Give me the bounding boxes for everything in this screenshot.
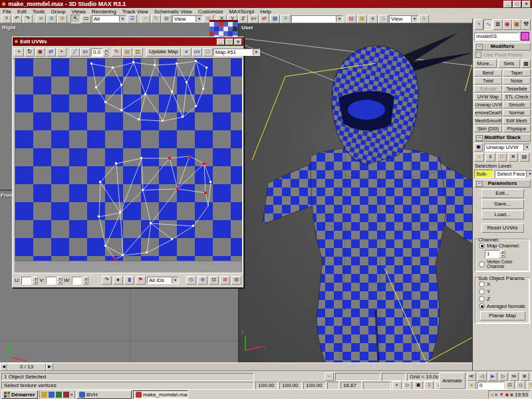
axis-y-radio[interactable] [479, 289, 485, 295]
app-tray-icon-2[interactable]: ■ [510, 392, 513, 398]
quicklaunch-chevron-icon[interactable]: » [70, 392, 73, 398]
modifier-physique[interactable]: Physique [503, 125, 531, 132]
reset-uvws-button[interactable]: Reset UVWs [481, 223, 524, 233]
map-channel-radio[interactable] [479, 243, 485, 249]
planar-map-button[interactable]: Planar Map [480, 311, 525, 321]
menu-maxscript[interactable]: MAXScript [229, 9, 254, 15]
axis-averaged-normals-radio[interactable] [479, 303, 485, 309]
quicklaunch-icon-4[interactable] [63, 392, 69, 398]
network-tray-icon[interactable]: ● [495, 392, 498, 398]
w-spinner[interactable]: ▲▼ [83, 277, 88, 285]
filter-faces-icon[interactable]: ⚑ [136, 276, 146, 285]
edit-button[interactable]: Edit... [481, 189, 524, 198]
restore-icon[interactable]: □ [225, 39, 233, 45]
parameters-rollout-header[interactable]: − Parameters [474, 180, 531, 188]
dropdown-arrow-icon[interactable]: ▼ [523, 144, 530, 151]
uv-rotate-icon[interactable]: ↻ [25, 48, 35, 57]
select-by-name-icon[interactable]: ☰ [127, 15, 137, 23]
volume-tray-icon[interactable]: ◂ [491, 392, 493, 398]
modifier-normal[interactable]: Normal [503, 109, 531, 116]
selection-filter-dropdown[interactable]: All ▼ [92, 15, 126, 23]
zoom-icon[interactable]: ⊕ [198, 276, 207, 285]
render-last-icon[interactable]: ♨ [419, 15, 429, 23]
sub-object-mode-dropdown[interactable]: Select Face ▼ [495, 170, 532, 178]
edit-uvws-titlebar[interactable]: ☀ Edit UVWs _ □ × [13, 37, 243, 46]
main-titlebar[interactable]: ☀ make_momdel.max - 3D Studio MAX R3.1 _… [0, 0, 532, 8]
render-scene-icon[interactable]: ♨ [378, 15, 388, 23]
v-field[interactable] [46, 277, 56, 285]
options-icon[interactable]: □ [203, 48, 213, 57]
selection-lock-icon[interactable]: ▪ [325, 372, 334, 381]
uvw-canvas[interactable] [15, 58, 243, 273]
modifier-edit-mesh[interactable]: Edit Mesh [503, 117, 531, 124]
tab-display-icon[interactable]: ▣ [512, 19, 521, 30]
show-map-icon[interactable]: ● [182, 48, 192, 57]
next-frame-icon[interactable]: ▷ [499, 372, 508, 381]
axis-x-radio[interactable] [479, 281, 485, 287]
modifier-bend[interactable]: Bend [474, 69, 502, 76]
u-spinner[interactable]: ▲▼ [33, 277, 38, 285]
tab-hierarchy-icon[interactable]: ≣ [493, 19, 502, 30]
zoom-region-icon[interactable]: ⊡ [209, 276, 219, 285]
play-icon[interactable]: ▶ [488, 372, 497, 381]
rotate-icon[interactable]: ↻ [151, 15, 161, 23]
mirror-icon[interactable]: ⇄ [259, 15, 269, 23]
v-spinner[interactable]: ▲▼ [57, 277, 63, 285]
uv-mirror-icon[interactable]: ⇄ [46, 48, 56, 57]
go-to-start-icon[interactable]: ≪ [467, 372, 476, 381]
axis-z-radio[interactable] [479, 296, 485, 302]
modifier-skin[interactable]: Skin (DSI) [474, 125, 502, 132]
modifier-smooth[interactable]: Smooth [503, 101, 531, 108]
lock-selected-icon[interactable]: ↷ [102, 276, 112, 285]
save-button[interactable]: Save... [481, 200, 524, 209]
selection-region-icon[interactable]: ▭ [81, 15, 91, 23]
unlink-selection-icon[interactable]: ⊘ [47, 15, 57, 23]
dropdown-arrow-icon[interactable]: ▼ [526, 171, 532, 178]
pan-icon[interactable]: ◇ [186, 276, 196, 285]
render-type-dropdown[interactable]: View ▼ [389, 15, 418, 23]
modifier-extrude[interactable]: Extrude [474, 85, 502, 92]
x-coord-field[interactable]: 100.00 [255, 382, 278, 390]
uv-brush-icon[interactable]: ✎ [112, 48, 122, 57]
uv-line-icon[interactable]: ╱ [70, 48, 80, 57]
uv-vertex-icon[interactable]: UV [192, 48, 202, 57]
animate-button[interactable]: Animate [439, 372, 466, 389]
modifier-uvw-map[interactable]: UVW Map [474, 93, 502, 100]
modifier-stl-check[interactable]: STL-Check [503, 93, 531, 100]
menu-views[interactable]: Views [72, 9, 86, 15]
uv-rotate-angle-field[interactable]: 0.0 [91, 49, 102, 57]
make-unique-icon[interactable]: ∷ [497, 153, 507, 162]
zoom-viewport-icon[interactable]: ⊕ [520, 372, 529, 381]
current-frame-field[interactable]: 0 [477, 382, 504, 390]
modifier-noise[interactable]: Noise [503, 77, 531, 84]
modifier-taper[interactable]: Taper [503, 69, 531, 76]
zoom-to-selection-icon[interactable]: ⊟ [231, 276, 241, 285]
array-icon[interactable]: ▦ [270, 15, 280, 23]
menu-file[interactable]: File [3, 9, 11, 15]
menu-help[interactable]: Help [260, 9, 271, 15]
start-button[interactable]: Démarrer [1, 390, 38, 399]
configure-sets-icon[interactable]: ▦ [521, 59, 531, 68]
dropdown-arrow-icon[interactable]: ▼ [196, 16, 202, 22]
redo-icon[interactable]: ↷ [23, 15, 33, 23]
uv-add-icon[interactable]: + [57, 48, 66, 57]
named-selection-dropdown[interactable]: ▼ [291, 15, 343, 23]
uv-paste-icon[interactable]: ▥ [133, 48, 143, 57]
sub-object-button[interactable]: Sub-Object [474, 170, 493, 178]
go-to-end-icon[interactable]: ≫ [509, 372, 519, 381]
settings-icon[interactable]: ▤ [519, 153, 529, 162]
pin-stack-icon[interactable]: ◉ [474, 143, 483, 152]
track-view-icon[interactable]: ▤ [346, 15, 356, 23]
soft-selection-icon[interactable]: ▮ [124, 276, 134, 285]
w-field[interactable] [72, 277, 82, 285]
use-pivot-checkbox[interactable] [475, 52, 481, 58]
object-color-swatch[interactable] [521, 32, 529, 41]
quicklaunch-icon-2[interactable] [49, 392, 55, 398]
show-end-result-icon[interactable]: ‖ [485, 153, 495, 162]
menu-rendering[interactable]: Rendering [92, 9, 116, 15]
zoom-extents-icon[interactable]: ⊞ [220, 276, 230, 285]
menu-trackview[interactable]: Track View [122, 9, 148, 15]
tab-utilities-icon[interactable]: ⚒ [521, 19, 531, 30]
minimize-icon[interactable]: _ [503, 1, 512, 8]
menu-schematicview[interactable]: Schematic View [154, 9, 192, 15]
